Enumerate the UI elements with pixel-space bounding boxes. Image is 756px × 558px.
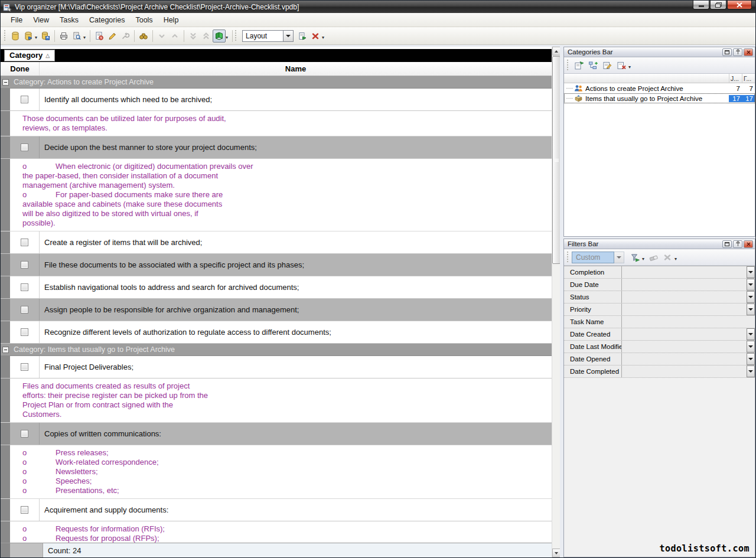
task-name-cell[interactable]: Recognize different levels of authorizat… <box>40 321 552 343</box>
task-name-cell[interactable]: Establish navigational tools to address … <box>40 276 552 298</box>
move-bottom-button[interactable] <box>187 30 200 43</box>
find-button[interactable] <box>137 30 150 43</box>
categories-toolbar-dropdown-icon[interactable]: ▾ <box>628 64 631 70</box>
filter-value[interactable] <box>622 341 747 353</box>
filters-toolbar-grip[interactable] <box>567 252 569 263</box>
task-name-cell[interactable]: Identify all documents which need to be … <box>40 89 552 110</box>
filter-dropdown-button[interactable] <box>747 304 755 315</box>
filter-value[interactable] <box>622 328 747 340</box>
filter-preset-arrow[interactable] <box>614 252 624 263</box>
category-item[interactable]: Actions to create Project Archive77 <box>564 83 755 93</box>
delete-category-button[interactable] <box>614 59 628 72</box>
close-button[interactable] <box>727 1 752 9</box>
layout-combobox-value[interactable]: Layout <box>242 30 284 42</box>
categories-pin-button[interactable] <box>733 48 742 56</box>
menu-item-tools[interactable]: Tools <box>130 14 158 26</box>
toolbar-more-dropdown-icon[interactable]: ▾ <box>322 35 324 40</box>
filter-dropdown-button[interactable] <box>747 266 755 278</box>
filter-dropdown-button[interactable] <box>747 341 755 353</box>
apply-layout-button[interactable] <box>296 30 309 43</box>
layout-combobox[interactable]: Layout <box>242 30 294 42</box>
add-subcategory-button[interactable] <box>586 59 600 72</box>
task-checkbox[interactable] <box>21 239 28 246</box>
filter-dropdown-button[interactable] <box>747 328 755 340</box>
move-up-button[interactable] <box>168 30 181 43</box>
vertical-scrollbar[interactable] <box>552 47 560 557</box>
scroll-down-button[interactable] <box>552 549 561 557</box>
menu-item-file[interactable]: File <box>5 14 28 26</box>
open-database-button[interactable] <box>22 30 35 43</box>
layout-view-toggle[interactable] <box>213 30 226 43</box>
task-checkbox[interactable] <box>21 143 28 151</box>
edit-task-button[interactable] <box>106 30 119 43</box>
filter-dropdown-button[interactable] <box>747 366 755 377</box>
filter-dropdown-button[interactable] <box>747 279 755 291</box>
filter-dropdown-button[interactable] <box>747 291 755 303</box>
categories-close-button[interactable] <box>744 48 753 56</box>
filter-preset-value[interactable]: Custom <box>572 252 614 263</box>
collapse-icon[interactable] <box>2 347 9 353</box>
move-top-button[interactable] <box>200 30 213 43</box>
filter-dropdown-button[interactable] <box>747 353 755 365</box>
filter-value[interactable] <box>622 291 747 303</box>
category-group-row[interactable]: Category: Items that usually go to Proje… <box>1 344 552 356</box>
sort-column-chip[interactable]: Category △ <box>4 50 55 61</box>
task-checkbox[interactable] <box>21 506 28 514</box>
task-checkbox[interactable] <box>21 96 28 103</box>
category-group-row[interactable]: Category: Actions to create Project Arch… <box>1 76 552 89</box>
open-dropdown-icon[interactable]: ▾ <box>35 35 37 40</box>
filter-preset-combobox[interactable]: Custom <box>572 252 624 263</box>
minimize-button[interactable] <box>693 1 709 9</box>
filter-value[interactable] <box>622 266 747 278</box>
filters-pin-button[interactable] <box>733 240 742 248</box>
task-checkbox[interactable] <box>21 283 28 291</box>
filter-value[interactable] <box>622 304 747 315</box>
task-checkbox[interactable] <box>21 261 28 269</box>
add-category-button[interactable] <box>572 59 586 72</box>
categories-restore-button[interactable] <box>722 48 732 56</box>
apply-filter-dropdown-icon[interactable]: ▾ <box>642 256 644 262</box>
filters-restore-button[interactable] <box>722 240 732 248</box>
column-header-done[interactable]: Done <box>1 62 40 76</box>
task-checkbox[interactable] <box>21 306 28 314</box>
task-name-cell[interactable]: Copies of written communications: <box>40 423 552 445</box>
task-name-cell[interactable]: Create a register of items that will be … <box>40 231 552 253</box>
task-checkbox[interactable] <box>21 363 28 371</box>
task-checkbox[interactable] <box>21 430 28 438</box>
task-name-cell[interactable]: Decide upon the best manner to store you… <box>40 136 552 158</box>
task-name-cell[interactable]: Final Project Deliverables; <box>40 356 552 378</box>
filters-toolbar-dropdown-icon[interactable]: ▾ <box>674 256 677 262</box>
filters-close-button[interactable] <box>744 240 753 248</box>
restore-button[interactable] <box>710 1 726 9</box>
clear-filter-button[interactable] <box>646 251 660 264</box>
menu-item-view[interactable]: View <box>28 14 54 26</box>
filter-value[interactable] <box>622 366 747 377</box>
filter-value[interactable] <box>622 279 747 291</box>
scroll-up-button[interactable] <box>552 47 561 56</box>
task-name-cell[interactable]: Acquirement and supply documents: <box>40 499 552 521</box>
categories-column-1[interactable]: Г... <box>742 74 755 83</box>
menu-item-help[interactable]: Help <box>158 14 184 26</box>
toolbar-grip2[interactable] <box>235 30 237 42</box>
print-button[interactable] <box>57 30 70 43</box>
new-task-button[interactable] <box>93 30 106 43</box>
task-tools-button[interactable] <box>119 30 132 43</box>
toolbar-grip[interactable] <box>4 30 6 42</box>
move-down-button[interactable] <box>155 30 168 43</box>
layout-dropdown-icon[interactable]: ▾ <box>226 35 228 40</box>
collapse-icon[interactable] <box>2 79 9 86</box>
layout-combobox-arrow[interactable] <box>284 30 294 42</box>
task-checkbox[interactable] <box>21 328 28 336</box>
delete-layout-button[interactable] <box>309 30 322 43</box>
print-preview-button[interactable] <box>70 30 83 43</box>
apply-filter-button[interactable] <box>628 251 642 264</box>
filter-value[interactable] <box>622 316 755 328</box>
edit-category-button[interactable] <box>600 59 614 72</box>
delete-filter-button[interactable] <box>660 251 674 264</box>
menu-item-categories[interactable]: Categories <box>84 14 130 26</box>
scrollbar-thumb[interactable] <box>552 56 561 264</box>
categories-toolbar-grip[interactable] <box>567 60 569 71</box>
save-database-button[interactable] <box>39 30 52 43</box>
preview-dropdown-icon[interactable]: ▾ <box>83 35 86 40</box>
menu-item-tasks[interactable]: Tasks <box>54 14 84 26</box>
